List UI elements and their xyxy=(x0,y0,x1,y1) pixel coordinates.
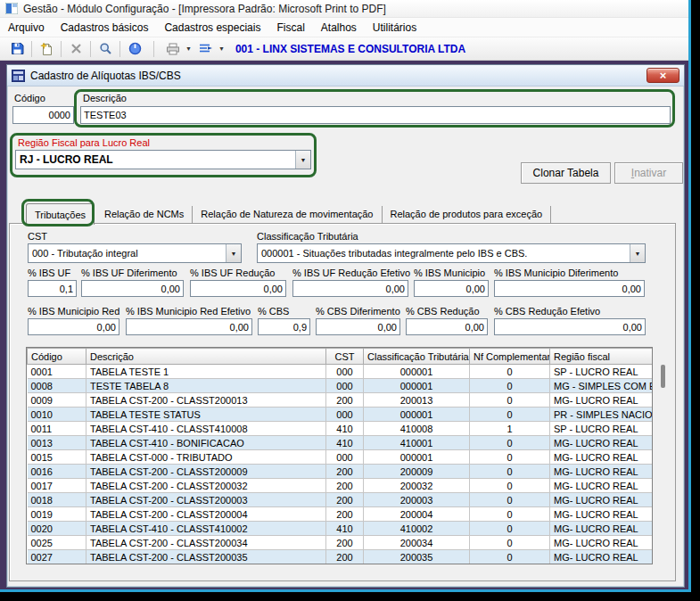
table-row[interactable]: 0019TABELA CST-200 - CLASST2000042002000… xyxy=(28,507,654,522)
descricao-input[interactable] xyxy=(80,106,671,124)
cell-cst: 000 xyxy=(326,408,364,422)
cbs-reducao-label: % CBS Redução xyxy=(406,306,488,317)
cell-cst: 410 xyxy=(326,522,364,536)
table-row[interactable]: 0016TABELA CST-200 - CLASST2000092002000… xyxy=(28,465,654,479)
codigo-input[interactable] xyxy=(12,106,74,124)
print-button[interactable] xyxy=(161,39,185,59)
ibs-municipio-input[interactable] xyxy=(414,280,489,297)
cell-cst: 200 xyxy=(326,465,364,479)
cbs-reducao-input[interactable] xyxy=(406,318,488,335)
cbs-diferimento-input[interactable] xyxy=(316,318,400,335)
table-row[interactable]: 0018TABELA CST-200 - CLASST2000032002000… xyxy=(28,493,654,507)
ibs-uf-reducao-efetivo-input[interactable] xyxy=(292,280,408,297)
col-header-classificacao[interactable]: Classificação Tributária xyxy=(364,349,470,365)
ibs-uf-diferimento-input[interactable] xyxy=(81,280,184,297)
cell-descricao: TABELA CST-200 - CLASST200009 xyxy=(86,465,326,479)
menu-cadastros-basicos[interactable]: Cadastros básicos xyxy=(53,19,157,37)
cell-classificacao: 200009 xyxy=(364,465,470,479)
table-row[interactable]: 0013TABELA CST-410 - BONIFICACAO41041000… xyxy=(28,436,654,450)
classificacao-select[interactable]: 000001 - Situações tributadas integralme… xyxy=(257,243,646,263)
cell-regiao-fiscal: MG- LUCRO REAL xyxy=(550,450,654,465)
table-row[interactable]: 0027TABELA CST-200 - CLASST2000352002000… xyxy=(28,550,654,564)
table-row[interactable]: 0017TABELA CST-200 - CLASST2000322002000… xyxy=(28,479,654,493)
col-header-codigo[interactable]: Código xyxy=(28,349,86,365)
menu-utilitarios[interactable]: Utilitários xyxy=(365,19,424,37)
cst-select[interactable]: 000 - Tributação integral ▼ xyxy=(28,243,242,263)
clonar-tabela-button[interactable]: Clonar Tabela xyxy=(521,162,611,184)
cbs-label: % CBS xyxy=(258,306,310,317)
delete-x-icon xyxy=(70,43,82,54)
ibs-uf-input[interactable] xyxy=(28,280,77,297)
toolbar-separator xyxy=(90,41,91,57)
cell-codigo: 0009 xyxy=(28,393,86,408)
aliquotas-grid: Código Descrição CST Classificação Tribu… xyxy=(26,347,653,564)
table-row[interactable]: 0001TABELA TESTE 10000000010SP - LUCRO R… xyxy=(28,365,654,379)
menu-atalhos[interactable]: Atalhos xyxy=(313,19,365,37)
menu-cadastros-especiais[interactable]: Cadastros especiais xyxy=(156,19,268,37)
grid-scrollbar-thumb[interactable] xyxy=(661,365,665,388)
ibs-municipio-red-input[interactable] xyxy=(28,318,119,335)
table-row[interactable]: 0009TABELA CST-200 - CLASST2000132002000… xyxy=(28,393,654,408)
tab-relacao-natureza[interactable]: Relação de Natureza de movimentação xyxy=(193,206,382,224)
new-record-button[interactable] xyxy=(35,39,58,59)
tab-tributacoes[interactable]: Tributações xyxy=(26,203,95,225)
cbs-input[interactable] xyxy=(258,318,310,335)
exit-button[interactable] xyxy=(123,39,146,59)
cell-codigo: 0018 xyxy=(28,493,86,507)
tab-relacao-produtos[interactable]: Relação de produtos para exceção xyxy=(383,206,552,224)
ibs-municipio-diferimento-input[interactable] xyxy=(494,280,645,297)
cell-cst: 200 xyxy=(326,393,364,408)
ibs-uf-reducao-efetivo-label: % IBS UF Redução Efetivo xyxy=(292,268,408,278)
ibs-uf-reducao-label: % IBS UF Redução xyxy=(190,268,286,278)
col-header-descricao[interactable]: Descrição xyxy=(86,349,326,365)
col-header-nf-complementar[interactable]: Nf Complementar xyxy=(470,349,550,365)
table-row[interactable]: 0010TABELA TESTE STATUS0000000010PR - SI… xyxy=(28,408,654,422)
table-row[interactable]: 0020TABELA CST-410 - CLASST4100024104100… xyxy=(28,522,654,536)
cell-descricao: TABELA CST-410 - CLASST410008 xyxy=(86,422,326,436)
app-icon xyxy=(5,3,18,14)
chevron-down-icon[interactable]: ▼ xyxy=(226,244,241,262)
company-name-label: 001 - LINX SISTEMAS E CONSULTORIA LTDA xyxy=(235,43,465,55)
regiao-fiscal-select[interactable]: RJ - LUCRO REAL ▼ xyxy=(15,150,311,169)
cell-classificacao: 200004 xyxy=(364,507,470,522)
chevron-down-icon[interactable]: ▼ xyxy=(630,244,645,262)
cell-regiao-fiscal: MG- LUCRO REAL xyxy=(550,465,654,479)
ibs-uf-reducao-input[interactable] xyxy=(190,280,286,297)
col-header-regiao-fiscal[interactable]: Região fiscal xyxy=(550,349,654,365)
ibs-municipio-red-efetivo-input[interactable] xyxy=(126,318,252,335)
delete-button[interactable] xyxy=(64,39,87,59)
menu-fiscal[interactable]: Fiscal xyxy=(268,19,312,37)
cell-regiao-fiscal: SP - LUCRO REAL xyxy=(550,422,654,436)
cell-cst: 200 xyxy=(326,550,364,564)
menu-bar: Arquivo Cadastros básicos Cadastros espe… xyxy=(0,18,688,37)
chevron-down-icon[interactable]: ▼ xyxy=(295,151,310,169)
inativar-button[interactable]: Inativar xyxy=(614,162,683,184)
export-button[interactable] xyxy=(194,39,218,59)
cell-nf-complementar: 0 xyxy=(470,408,550,422)
cell-regiao-fiscal: PR - SIMPLES NACION xyxy=(550,408,654,422)
table-row[interactable]: 0025TABELA CST-200 - CLASST2000342002000… xyxy=(28,536,654,550)
cell-nf-complementar: 0 xyxy=(470,550,550,564)
table-row[interactable]: 0015TABELA CST-000 - TRIBUTADO0000000010… xyxy=(28,450,654,465)
cell-codigo: 0016 xyxy=(28,465,86,479)
export-dropdown-caret[interactable]: ▼ xyxy=(218,45,225,52)
dialog-title: Cadastro de Alíquotas IBS/CBS xyxy=(30,70,181,82)
cell-nf-complementar: 0 xyxy=(470,479,550,493)
col-header-cst[interactable]: CST xyxy=(326,349,364,365)
close-button[interactable]: × xyxy=(646,68,679,83)
cbs-reducao-efetivo-input[interactable] xyxy=(494,318,646,335)
regiao-fiscal-value: RJ - LUCRO REAL xyxy=(16,153,295,166)
table-row[interactable]: 0011TABELA CST-410 - CLASST4100084104100… xyxy=(28,422,654,436)
cst-value: 000 - Tributação integral xyxy=(29,248,226,259)
cell-cst: 410 xyxy=(326,436,364,450)
table-row[interactable]: 0008TESTE TABELA 80000000010MG - SIMPLES… xyxy=(28,379,654,393)
save-button[interactable] xyxy=(5,39,29,59)
search-button[interactable] xyxy=(94,39,117,59)
cell-regiao-fiscal: MG- LUCRO REAL xyxy=(550,550,654,564)
cell-codigo: 0017 xyxy=(28,479,86,493)
tab-relacao-ncms[interactable]: Relação de NCMs xyxy=(96,206,193,224)
print-dropdown-caret[interactable]: ▼ xyxy=(185,45,192,52)
cell-classificacao: 410001 xyxy=(364,436,470,450)
grid-body: 0001TABELA TESTE 10000000010SP - LUCRO R… xyxy=(28,365,654,564)
menu-arquivo[interactable]: Arquivo xyxy=(0,19,53,37)
